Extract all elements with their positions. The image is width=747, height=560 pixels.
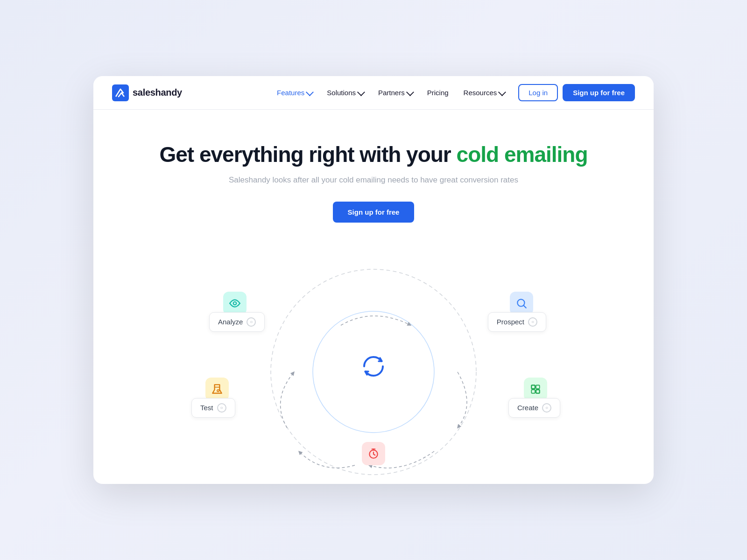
signup-button-nav[interactable]: Sign up for free xyxy=(563,84,635,101)
nav-item-resources[interactable]: Resources xyxy=(457,85,511,100)
nav-item-pricing[interactable]: Pricing xyxy=(421,85,455,100)
logo[interactable]: saleshandy xyxy=(112,84,182,101)
svg-rect-8 xyxy=(536,385,540,389)
svg-point-9 xyxy=(217,390,219,392)
signup-button-hero[interactable]: Sign up for free xyxy=(333,202,415,223)
analyze-check: ○ xyxy=(247,317,256,327)
chevron-down-icon xyxy=(406,88,414,96)
navigation: saleshandy Features Solutions Partners P… xyxy=(93,76,654,110)
test-icon-box xyxy=(205,378,229,401)
nav-item-solutions[interactable]: Solutions xyxy=(320,85,370,100)
prospect-check: ○ xyxy=(528,317,537,327)
hero-section: Get everything right with your cold emai… xyxy=(93,110,654,232)
svg-rect-5 xyxy=(531,385,535,389)
nav-item-features[interactable]: Features xyxy=(270,85,318,100)
login-button[interactable]: Log in xyxy=(518,84,558,101)
hero-title: Get everything right with your cold emai… xyxy=(112,142,635,167)
logo-text: saleshandy xyxy=(133,87,182,98)
prospect-card: Prospect ○ xyxy=(488,312,546,332)
svg-rect-6 xyxy=(536,390,540,393)
test-check: ○ xyxy=(217,403,226,413)
hero-subtitle: Saleshandy looks after all your cold ema… xyxy=(112,175,635,185)
refresh-icon xyxy=(359,351,388,383)
timer-icon-box xyxy=(362,442,385,465)
chevron-down-icon xyxy=(498,88,506,96)
diagram: Analyze ○ Prospect ○ Create xyxy=(93,241,654,484)
create-check: ○ xyxy=(542,403,551,413)
chevron-down-icon xyxy=(357,88,365,96)
browser-window: saleshandy Features Solutions Partners P… xyxy=(93,76,654,484)
create-card: Create ○ xyxy=(508,398,560,418)
nav-buttons: Log in Sign up for free xyxy=(518,84,635,101)
nav-item-partners[interactable]: Partners xyxy=(372,85,419,100)
create-icon-box xyxy=(524,378,547,401)
nav-links: Features Solutions Partners Pricing Reso… xyxy=(270,85,511,100)
svg-rect-7 xyxy=(531,390,535,393)
prospect-icon-box xyxy=(510,292,533,315)
svg-rect-0 xyxy=(112,84,129,101)
logo-icon xyxy=(112,84,129,101)
svg-point-3 xyxy=(233,302,237,305)
chevron-down-icon xyxy=(306,88,314,96)
analyze-card: Analyze ○ xyxy=(209,312,265,332)
test-card: Test ○ xyxy=(191,398,235,418)
analyze-icon-box xyxy=(223,292,247,315)
